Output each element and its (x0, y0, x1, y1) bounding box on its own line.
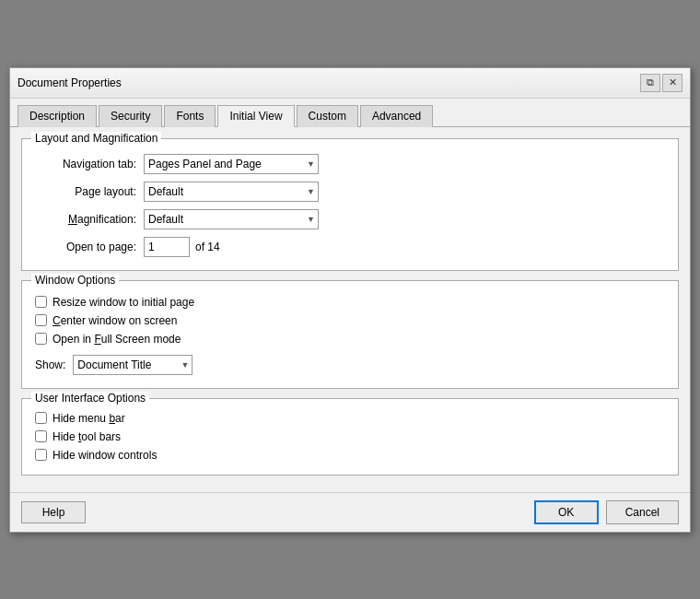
show-label: Show: (35, 358, 65, 371)
page-layout-row: Page layout: Default Single Page Two-Up … (35, 182, 665, 202)
window-options-section: Window Options Resize window to initial … (21, 280, 679, 389)
cancel-button[interactable]: Cancel (606, 500, 679, 524)
hide-toolbars-checkbox[interactable] (35, 430, 47, 442)
magnification-underline: M (68, 213, 77, 226)
show-row: Show: Document Title File Name (35, 355, 665, 375)
open-to-page-row: Open to page: of 14 (35, 237, 665, 257)
show-select-wrapper: Document Title File Name (73, 355, 192, 375)
center-window-row: Center window on screen (35, 314, 665, 327)
hide-window-controls-checkbox[interactable] (35, 449, 47, 461)
ok-button[interactable]: OK (534, 500, 599, 524)
page-layout-select-wrapper: Default Single Page Two-Up (Facing) (144, 182, 319, 202)
tab-advanced[interactable]: Advanced (360, 105, 433, 127)
page-layout-label: Page layout: (35, 185, 136, 198)
fullscreen-row: Open in Full Screen mode (35, 333, 665, 346)
hide-menubar-label: Hide menu bar (52, 412, 125, 425)
document-properties-window: Document Properties ⧉ ✕ Description Secu… (9, 67, 691, 533)
layout-section-title: Layout and Magnification (31, 132, 161, 145)
ui-options-title: User Interface Options (31, 392, 149, 405)
layout-magnification-section: Layout and Magnification Navigation tab:… (21, 138, 679, 271)
hide-menubar-checkbox[interactable] (35, 412, 47, 424)
tab-content: Layout and Magnification Navigation tab:… (10, 127, 690, 492)
magnification-row: Magnification: Default Fit Page Fit Widt… (35, 209, 665, 229)
nav-tab-select[interactable]: Pages Panel and Page Bookmarks Panel and… (144, 154, 319, 174)
tab-description[interactable]: Description (18, 105, 97, 127)
open-to-page-input[interactable] (144, 237, 190, 257)
ui-options-section: User Interface Options Hide menu bar Hid… (21, 398, 679, 476)
resize-window-checkbox[interactable] (35, 296, 47, 308)
close-button[interactable]: ✕ (662, 74, 682, 92)
hide-window-controls-row: Hide window controls (35, 449, 665, 462)
hide-window-controls-label: Hide window controls (52, 449, 157, 462)
fullscreen-checkbox[interactable] (35, 333, 47, 345)
open-to-page-controls: of 14 (144, 237, 220, 257)
nav-tab-row: Navigation tab: Pages Panel and Page Boo… (35, 154, 665, 174)
tab-security[interactable]: Security (99, 105, 162, 127)
magnification-label: Magnification: (35, 213, 136, 226)
page-layout-select[interactable]: Default Single Page Two-Up (Facing) (144, 182, 319, 202)
window-title: Document Properties (18, 76, 122, 89)
nav-tab-select-wrapper: Pages Panel and Page Bookmarks Panel and… (144, 154, 319, 174)
magnification-select[interactable]: Default Fit Page Fit Width 50% 75% 100% (144, 209, 319, 229)
bottom-bar: Help OK Cancel (10, 492, 690, 532)
hide-toolbars-label: Hide tool bars (52, 430, 121, 443)
page-layout-label-text: Page layout: (75, 185, 136, 198)
open-to-page-label: Open to page: (35, 241, 136, 253)
title-buttons: ⧉ ✕ (640, 74, 682, 92)
resize-window-row: Resize window to initial page (35, 296, 665, 309)
title-bar: Document Properties ⧉ ✕ (10, 68, 690, 99)
nav-tab-label: Navigation tab: (35, 158, 136, 170)
fullscreen-label: Open in Full Screen mode (52, 333, 181, 346)
tab-custom[interactable]: Custom (297, 105, 358, 127)
center-label-c: Center window on screen (52, 314, 177, 327)
restore-button[interactable]: ⧉ (640, 74, 660, 92)
center-window-checkbox[interactable] (35, 314, 47, 326)
open-to-page-total: of 14 (195, 241, 220, 253)
nav-tab-label-text: Navigation tab: (63, 158, 136, 170)
magnification-label-rest: agnification: (77, 213, 136, 226)
hide-toolbars-row: Hide tool bars (35, 430, 665, 443)
tab-initial-view[interactable]: Initial View (217, 105, 294, 127)
resize-window-label: Resize window to initial page (52, 296, 194, 309)
tab-fonts[interactable]: Fonts (164, 105, 216, 127)
show-select[interactable]: Document Title File Name (73, 355, 192, 375)
help-button[interactable]: Help (21, 501, 86, 523)
center-window-label: Center window on screen (52, 314, 177, 327)
window-options-title: Window Options (31, 274, 119, 287)
tab-bar: Description Security Fonts Initial View … (10, 99, 690, 127)
hide-menubar-row: Hide menu bar (35, 412, 665, 425)
magnification-select-wrapper: Default Fit Page Fit Width 50% 75% 100% (144, 209, 319, 229)
